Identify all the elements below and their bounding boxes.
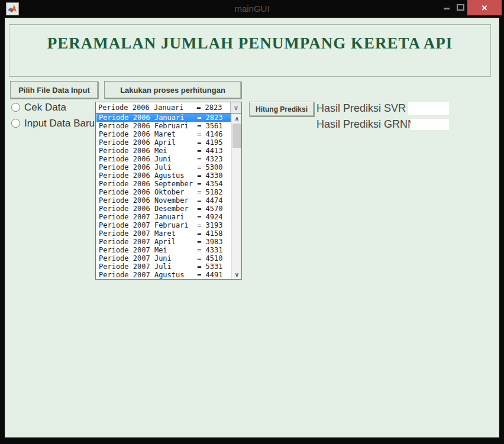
hasil-prediksi-svr-label: Hasil Prediksi SVR xyxy=(316,102,406,115)
hasil-prediksi-svr-field xyxy=(408,102,449,115)
list-item[interactable]: Periode 2006 November = 4474 xyxy=(96,196,231,205)
radio-circle-icon[interactable] xyxy=(11,103,20,112)
list-item[interactable]: Periode 2007 Maret = 4158 xyxy=(96,229,231,238)
list-item[interactable]: Periode 2007 Juni = 4510 xyxy=(96,254,231,262)
close-button[interactable]: ✕ xyxy=(467,0,502,15)
close-icon: ✕ xyxy=(482,4,488,12)
listbox-scrollbar[interactable]: ∧ ∨ xyxy=(231,114,241,279)
list-item[interactable]: Periode 2006 Mei = 4413 xyxy=(96,147,231,155)
figure-content: PERAMALAN JUMLAH PENUMPANG KERETA API Pi… xyxy=(5,18,499,437)
list-item[interactable]: Periode 2007 Agustus = 4491 xyxy=(96,271,231,279)
main-window: mainGUI ✕ PERAMALAN JUMLAH PENUMPANG KER… xyxy=(0,0,504,444)
list-item[interactable]: Periode 2006 April = 4195 xyxy=(96,138,231,147)
list-item[interactable]: Periode 2006 Juni = 4323 xyxy=(96,155,231,163)
list-item[interactable]: Periode 2007 Juli = 5331 xyxy=(96,262,231,271)
list-item[interactable]: Periode 2006 Agustus = 4330 xyxy=(96,171,231,180)
scroll-down-icon[interactable]: ∨ xyxy=(232,270,242,279)
lakukan-proses-button-label: Lakukan proses perhitungan xyxy=(120,86,225,95)
radio-circle-icon[interactable] xyxy=(11,119,20,128)
radio-input-data-baru[interactable]: Input Data Baru xyxy=(11,118,95,129)
period-dropdown-value: Periode 2006 Januari = 2823 xyxy=(96,102,230,113)
header-panel: PERAMALAN JUMLAH PENUMPANG KERETA API xyxy=(9,24,491,77)
list-item[interactable]: Periode 2006 Juli = 5300 xyxy=(96,163,231,171)
scrollbar-thumb[interactable] xyxy=(232,124,241,148)
hasil-prediksi-grnn-field xyxy=(411,119,449,130)
list-item[interactable]: Periode 2006 Januari = 2823 xyxy=(96,114,231,122)
title-bar: mainGUI ✕ xyxy=(0,0,504,18)
list-item[interactable]: Periode 2007 Februari = 3193 xyxy=(96,221,231,229)
list-item[interactable]: Periode 2006 Februari = 3561 xyxy=(96,122,231,130)
hitung-prediksi-button[interactable]: Hitung Prediksi xyxy=(249,102,314,116)
hitung-prediksi-button-label: Hitung Prediksi xyxy=(256,105,308,114)
period-listbox[interactable]: Periode 2006 Januari = 2823Periode 2006 … xyxy=(95,113,242,280)
hasil-prediksi-grnn-label: Hasil Prediksi GRNN xyxy=(316,118,415,131)
list-item[interactable]: Periode 2007 April = 3983 xyxy=(96,238,231,246)
period-listbox-rows: Periode 2006 Januari = 2823Periode 2006 … xyxy=(96,114,231,279)
list-item[interactable]: Periode 2006 Maret = 4146 xyxy=(96,130,231,138)
chevron-down-icon[interactable]: ∨ xyxy=(230,102,241,113)
maximize-button[interactable] xyxy=(457,4,464,11)
pilih-file-button[interactable]: Pilih File Data Input xyxy=(10,81,98,99)
list-item[interactable]: Periode 2006 September = 4354 xyxy=(96,180,231,188)
page-title: PERAMALAN JUMLAH PENUMPANG KERETA API xyxy=(9,34,490,53)
radio-input-data-baru-label: Input Data Baru xyxy=(24,118,95,129)
scroll-up-icon[interactable]: ∧ xyxy=(232,114,242,123)
radio-cek-data[interactable]: Cek Data xyxy=(11,102,66,113)
period-dropdown[interactable]: Periode 2006 Januari = 2823 ∨ xyxy=(95,102,242,114)
list-item[interactable]: Periode 2006 Oktober = 5182 xyxy=(96,188,231,196)
lakukan-proses-button[interactable]: Lakukan proses perhitungan xyxy=(104,81,241,99)
list-item[interactable]: Periode 2007 Januari = 4924 xyxy=(96,213,231,221)
pilih-file-button-label: Pilih File Data Input xyxy=(18,86,90,95)
list-item[interactable]: Periode 2007 Mei = 4331 xyxy=(96,246,231,254)
window-title: mainGUI xyxy=(0,0,504,18)
list-item[interactable]: Periode 2006 Desember = 4570 xyxy=(96,205,231,213)
radio-cek-data-label: Cek Data xyxy=(24,102,66,114)
minimize-button[interactable] xyxy=(444,8,450,9)
